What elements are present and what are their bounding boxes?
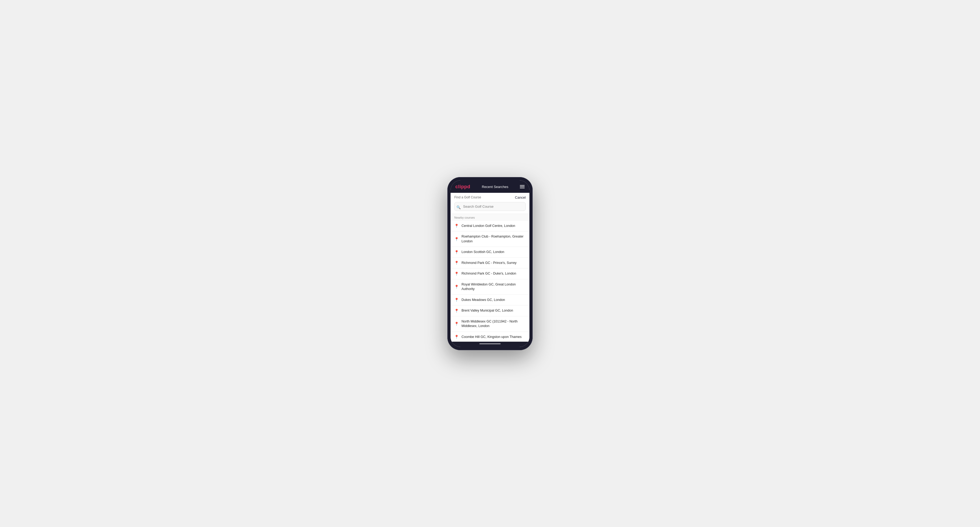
pin-icon: 📍 [454, 261, 459, 265]
list-item[interactable]: 📍 Richmond Park GC - Prince's, Surrey [450, 258, 530, 269]
menu-bar-3 [520, 188, 525, 188]
pin-icon: 📍 [454, 271, 459, 276]
course-name: North Middlesex GC (1011942 - North Midd… [461, 319, 526, 329]
course-name: Richmond Park GC - Prince's, Surrey [461, 261, 517, 265]
pin-icon: 📍 [454, 224, 459, 228]
home-bar [479, 343, 501, 344]
course-name: London Scottish GC, London [461, 250, 504, 255]
phone-outer: clippd Recent Searches Find a Golf Cours… [447, 177, 533, 350]
list-item[interactable]: 📍 London Scottish GC, London [450, 247, 530, 258]
app-header: clippd Recent Searches [450, 180, 530, 193]
pin-icon: 📍 [454, 285, 459, 289]
courses-list: Nearby courses 📍 Central London Golf Cen… [450, 214, 530, 342]
pin-icon: 📍 [454, 322, 459, 326]
home-indicator-bar [450, 342, 530, 347]
search-input[interactable] [454, 202, 526, 211]
find-bar: Find a Golf Course Cancel [450, 193, 530, 201]
list-item[interactable]: 📍 Dukes Meadows GC, London [450, 295, 530, 306]
phone-inner: clippd Recent Searches Find a Golf Cours… [450, 180, 530, 347]
menu-bar-1 [520, 185, 525, 186]
course-name: Roehampton Club - Roehampton, Greater Lo… [461, 234, 526, 244]
menu-bar-2 [520, 186, 525, 187]
list-item[interactable]: 📍 Brent Valley Municipal GC, London [450, 305, 530, 316]
find-label: Find a Golf Course [454, 195, 481, 199]
list-item[interactable]: 📍 Royal Wimbledon GC, Great London Autho… [450, 279, 530, 295]
nearby-section-label: Nearby courses [450, 214, 530, 221]
course-name: Richmond Park GC - Duke's, London [461, 271, 516, 276]
app-logo: clippd [455, 184, 470, 190]
list-item[interactable]: 📍 Richmond Park GC - Duke's, London [450, 268, 530, 279]
cancel-button[interactable]: Cancel [515, 195, 526, 200]
search-area: Find a Golf Course Cancel 🔍 [450, 193, 530, 214]
course-name: Brent Valley Municipal GC, London [461, 308, 513, 313]
list-item[interactable]: 📍 North Middlesex GC (1011942 - North Mi… [450, 316, 530, 332]
list-item[interactable]: 📍 Central London Golf Centre, London [450, 221, 530, 232]
pin-icon: 📍 [454, 335, 459, 339]
search-input-wrap: 🔍 [450, 201, 530, 214]
pin-icon: 📍 [454, 309, 459, 313]
menu-icon[interactable] [520, 185, 525, 188]
course-name: Central London Golf Centre, London [461, 224, 515, 229]
list-item[interactable]: 📍 Roehampton Club - Roehampton, Greater … [450, 232, 530, 247]
pin-icon: 📍 [454, 250, 459, 254]
header-title: Recent Searches [482, 185, 508, 189]
course-name: Royal Wimbledon GC, Great London Authori… [461, 282, 526, 292]
course-name: Dukes Meadows GC, London [461, 298, 505, 303]
pin-icon: 📍 [454, 298, 459, 302]
pin-icon: 📍 [454, 237, 459, 241]
list-item[interactable]: 📍 Coombe Hill GC, Kingston upon Thames [450, 332, 530, 342]
search-icon: 🔍 [457, 205, 461, 209]
course-name: Coombe Hill GC, Kingston upon Thames [461, 335, 522, 340]
phone-frame: clippd Recent Searches Find a Golf Cours… [447, 177, 533, 350]
